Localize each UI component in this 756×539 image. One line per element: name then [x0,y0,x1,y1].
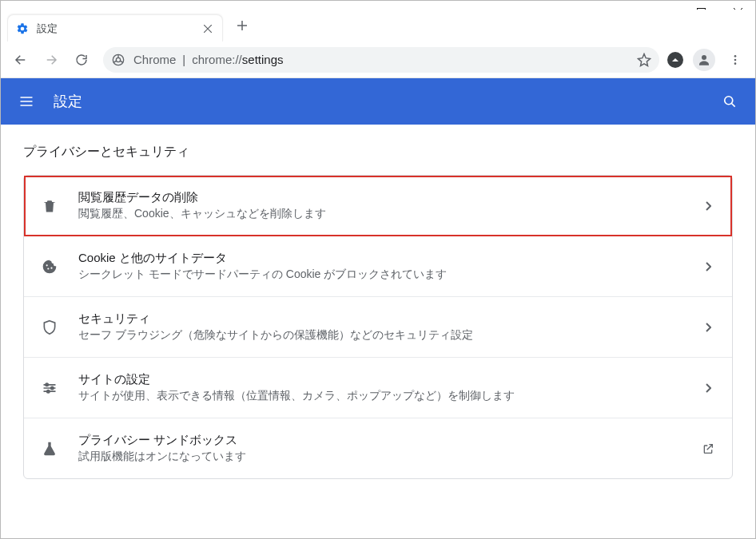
chevron-right-icon [700,383,716,393]
row-text: 閲覧履歴データの削除 閲覧履歴、Cookie、キャッシュなどを削除します [78,190,700,221]
back-button[interactable] [7,46,34,73]
svg-point-5 [734,55,737,57]
svg-point-9 [46,264,48,266]
row-subtitle: 試用版機能はオンになっています [78,450,700,464]
chevron-right-icon [700,262,716,271]
section-title: プライバシーとセキュリティ [23,144,733,161]
settings-header: 設定 [1,78,755,125]
row-security[interactable]: セキュリティ セーフ ブラウジング（危険なサイトからの保護機能）などのセキュリテ… [24,297,732,358]
svg-point-14 [47,390,50,392]
shield-icon [40,318,59,337]
chevron-right-icon [700,201,716,211]
omnibox-host: chrome:// [192,53,242,66]
incognito-indicator-icon[interactable] [667,52,683,68]
page-title: 設定 [54,92,82,111]
toolbar: Chrome | chrome://settings [1,42,755,78]
omnibox-scheme: Chrome [133,53,176,66]
profile-avatar[interactable] [693,49,715,71]
row-subtitle: サイトが使用、表示できる情報（位置情報、カメラ、ポップアップなど）を制御します [78,389,700,403]
bookmark-star-icon[interactable] [637,53,651,67]
row-text: サイトの設定 サイトが使用、表示できる情報（位置情報、カメラ、ポップアップなど）… [78,372,700,403]
row-privacy-sandbox[interactable]: プライバシー サンドボックス 試用版機能はオンになっています [24,418,732,478]
content-scroll-area[interactable]: プライバシーとセキュリティ 閲覧履歴データの削除 閲覧履歴、Cookie、キャッ… [1,125,755,538]
omnibox-separator: | [182,53,185,66]
tab-close-icon[interactable] [201,22,214,35]
row-title: セキュリティ [78,311,700,327]
privacy-card: 閲覧履歴データの削除 閲覧履歴、Cookie、キャッシュなどを削除します Coo… [23,175,733,479]
search-icon[interactable] [720,92,739,111]
sliders-icon [40,378,59,398]
svg-point-3 [116,57,120,61]
titlebar [1,1,755,10]
omnibox-path: settings [242,53,284,66]
tab-strip: 設定 [1,10,755,42]
tab-title: 設定 [37,22,195,36]
row-site-settings[interactable]: サイトの設定 サイトが使用、表示できる情報（位置情報、カメラ、ポップアップなど）… [24,358,732,418]
row-title: サイトの設定 [78,372,700,387]
svg-point-4 [702,55,706,60]
svg-point-6 [734,58,737,61]
chevron-right-icon [700,323,716,332]
flask-icon [40,439,59,458]
row-text: セキュリティ セーフ ブラウジング（危険なサイトからの保護機能）などのセキュリテ… [78,311,700,343]
row-subtitle: シークレット モードでサードパーティの Cookie がブロックされています [78,268,700,282]
row-subtitle: 閲覧履歴、Cookie、キャッシュなどを削除します [78,207,700,221]
row-text: プライバシー サンドボックス 試用版機能はオンになっています [78,433,700,464]
external-link-icon [700,442,716,455]
row-clear-browsing-data[interactable]: 閲覧履歴データの削除 閲覧履歴、Cookie、キャッシュなどを削除します [24,176,732,236]
svg-point-8 [725,97,733,105]
trash-icon [40,196,59,216]
reload-button[interactable] [68,46,95,73]
forward-button[interactable] [38,46,65,73]
content: プライバシーとセキュリティ 閲覧履歴データの削除 閲覧履歴、Cookie、キャッ… [1,125,755,511]
row-text: Cookie と他のサイトデータ シークレット モードでサードパーティの Coo… [78,251,700,282]
svg-point-7 [734,62,737,65]
cookie-icon [40,257,59,276]
menu-button[interactable] [722,46,749,73]
chrome-scheme-icon [111,53,125,67]
svg-point-11 [50,267,52,268]
new-tab-button[interactable] [231,14,253,37]
svg-point-12 [46,383,48,386]
svg-point-10 [47,268,49,269]
row-title: 閲覧履歴データの削除 [78,190,700,205]
hamburger-menu-icon[interactable] [17,92,36,111]
row-cookies[interactable]: Cookie と他のサイトデータ シークレット モードでサードパーティの Coo… [24,236,732,297]
row-subtitle: セーフ ブラウジング（危険なサイトからの保護機能）などのセキュリティ設定 [78,328,700,343]
svg-point-13 [51,386,54,389]
address-bar[interactable]: Chrome | chrome://settings [103,47,659,73]
gear-icon [16,22,29,35]
tab-settings[interactable]: 設定 [7,14,223,42]
row-title: プライバシー サンドボックス [78,433,700,448]
row-title: Cookie と他のサイトデータ [78,251,700,266]
